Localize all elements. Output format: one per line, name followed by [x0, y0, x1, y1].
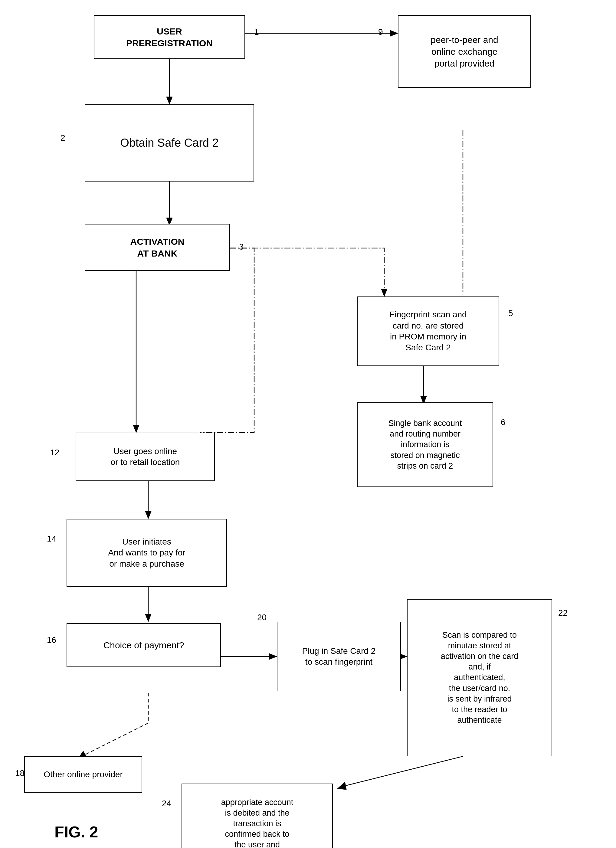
- diagram: USER PREREGISTRATION 1 Obtain Safe Card …: [0, 0, 616, 848]
- appropriate-account-label: appropriate account is debited and the t…: [221, 797, 294, 848]
- fingerprint-prom-label: Fingerprint scan and card no. are stored…: [389, 309, 466, 353]
- node-number-1: 1: [254, 27, 259, 37]
- node-number-14: 14: [47, 534, 56, 544]
- node-number-9: 9: [378, 27, 383, 37]
- fingerprint-prom-box: Fingerprint scan and card no. are stored…: [357, 297, 499, 366]
- svg-marker-12: [145, 511, 151, 519]
- node-number-2: 2: [61, 133, 65, 143]
- user-online-box: User goes online or to retail location: [76, 433, 215, 481]
- node-number-18: 18: [15, 768, 25, 778]
- scan-compared-label: Scan is compared to minutae stored at ac…: [441, 630, 519, 725]
- node-number-12: 12: [50, 448, 59, 457]
- svg-marker-6: [381, 289, 387, 297]
- activation-bank-box: ACTIVATION AT BANK: [85, 224, 230, 271]
- scan-compared-box: Scan is compared to minutae stored at ac…: [407, 599, 552, 756]
- node-number-16: 16: [47, 635, 56, 645]
- plug-safe-card-label: Plug in Safe Card 2 to scan fingerprint: [302, 646, 376, 668]
- svg-marker-10: [133, 425, 139, 433]
- figure-label: FIG. 2: [55, 823, 98, 841]
- svg-line-20: [342, 756, 463, 787]
- user-online-label: User goes online or to retail location: [111, 446, 180, 468]
- plug-safe-card-box: Plug in Safe Card 2 to scan fingerprint: [277, 622, 401, 691]
- single-bank-label: Single bank account and routing number i…: [388, 418, 462, 471]
- node-number-3: 3: [239, 242, 244, 252]
- user-initiates-box: User initiates And wants to pay for or m…: [67, 519, 227, 587]
- peer-to-peer-box: peer-to-peer and online exchange portal …: [398, 15, 531, 88]
- other-online-label: Other online provider: [43, 769, 123, 780]
- svg-marker-14: [145, 614, 151, 622]
- obtain-safe-card-label: Obtain Safe Card 2: [120, 135, 218, 150]
- choice-payment-label: Choice of payment?: [104, 639, 184, 651]
- choice-payment-box: Choice of payment?: [67, 623, 221, 667]
- activation-bank-label: ACTIVATION AT BANK: [131, 236, 184, 259]
- user-preregistration-box: USER PREREGISTRATION: [94, 15, 245, 59]
- node-number-20: 20: [257, 612, 267, 622]
- user-initiates-label: User initiates And wants to pay for or m…: [108, 537, 185, 569]
- node-number-24: 24: [162, 799, 171, 808]
- svg-marker-1: [166, 97, 172, 104]
- svg-marker-16: [269, 654, 277, 660]
- svg-marker-21: [337, 782, 346, 790]
- peer-to-peer-label: peer-to-peer and online exchange portal …: [430, 34, 498, 69]
- obtain-safe-card-box: Obtain Safe Card 2: [85, 104, 254, 181]
- user-preregistration-label: USER PREREGISTRATION: [126, 25, 213, 49]
- node-number-6: 6: [501, 418, 506, 427]
- svg-marker-3: [390, 30, 398, 36]
- node-number-5: 5: [508, 308, 513, 318]
- single-bank-box: Single bank account and routing number i…: [357, 402, 493, 487]
- node-number-22: 22: [558, 608, 568, 618]
- other-online-box: Other online provider: [24, 756, 142, 793]
- appropriate-account-box: appropriate account is debited and the t…: [181, 784, 333, 848]
